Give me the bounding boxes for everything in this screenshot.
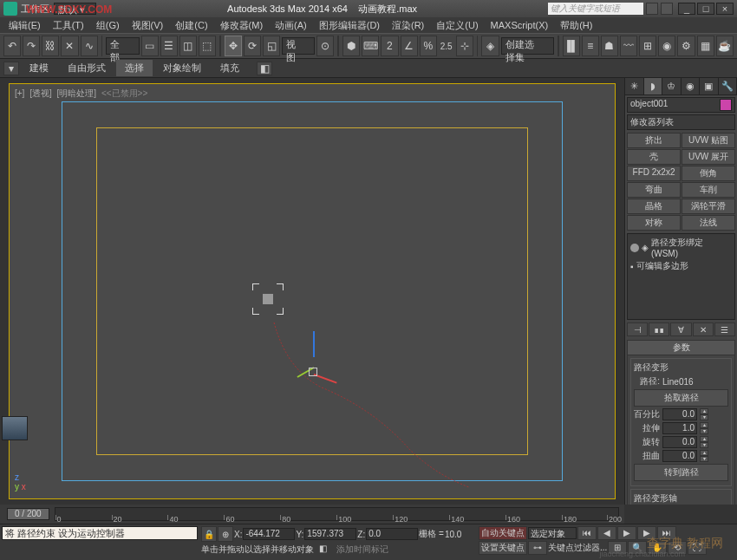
selection-filter-dropdown[interactable]: 全部 xyxy=(106,37,139,55)
key-mode-dropdown[interactable]: 选定对象 xyxy=(528,527,577,539)
object-name-field[interactable]: object001 xyxy=(627,97,735,113)
goto-start-icon[interactable]: ⏮ xyxy=(577,526,597,540)
material-editor-button[interactable]: ◉ xyxy=(658,36,675,56)
spinner-up-icon[interactable]: ▴ xyxy=(700,450,708,456)
snap-toggle-button[interactable]: ⊹ xyxy=(456,36,473,56)
help-icon[interactable] xyxy=(646,3,658,15)
nav-pan-icon[interactable]: ✋ xyxy=(648,541,667,555)
lock-selection-icon[interactable]: 🔒 xyxy=(201,526,217,542)
maximize-button[interactable]: □ xyxy=(697,3,714,15)
menu-help[interactable]: 帮助(H) xyxy=(555,18,597,33)
ribbon-tab-populate[interactable]: 填充 xyxy=(212,60,248,76)
spinner-up-icon[interactable]: ▴ xyxy=(700,408,708,414)
tab-utilities-icon[interactable]: 🔧 xyxy=(719,78,738,94)
manipulate-button[interactable]: ⬢ xyxy=(342,36,360,56)
star-icon[interactable] xyxy=(661,3,673,15)
menu-edit[interactable]: 编辑(E) xyxy=(3,18,46,33)
ribbon-tab-objectpaint[interactable]: 对象绘制 xyxy=(154,60,210,76)
ribbon-config-icon[interactable]: ◧ xyxy=(257,62,272,75)
close-button[interactable]: × xyxy=(716,3,734,15)
mirror-button[interactable]: ▐▌ xyxy=(563,36,580,56)
bind-spacewarp-button[interactable]: ∿ xyxy=(81,36,98,56)
angle-snap-button[interactable]: ∠ xyxy=(401,36,418,56)
gizmo-z-axis[interactable] xyxy=(313,331,315,357)
menu-render[interactable]: 渲染(R) xyxy=(387,18,429,33)
keyboard-shortcut-button[interactable]: ⌨ xyxy=(362,36,379,56)
render-setup-button[interactable]: ⚙ xyxy=(677,36,695,56)
use-pivot-button[interactable]: ⊙ xyxy=(316,36,334,56)
tab-modify-icon[interactable]: ◗ xyxy=(644,78,663,94)
ribbon-tab-modeling[interactable]: 建模 xyxy=(21,60,57,76)
spinner-up-icon[interactable]: ▴ xyxy=(700,436,708,442)
viewport-label[interactable]: [+] [透视] [明暗处理] <<已禁用>> xyxy=(15,88,150,100)
bulb-icon[interactable] xyxy=(630,244,639,252)
setkey-button[interactable]: 设置关键点 xyxy=(479,541,527,555)
help-search-input[interactable]: 键入关键字或短语 xyxy=(548,3,643,15)
pin-stack-icon[interactable]: ⊣ xyxy=(627,322,648,336)
spinner-down-icon[interactable]: ▾ xyxy=(700,456,708,462)
workspace-dropdown[interactable]: 默认 ▾ xyxy=(54,3,96,15)
menu-customize[interactable]: 自定义(U) xyxy=(431,18,483,33)
menu-create[interactable]: 创建(C) xyxy=(170,18,212,33)
stretch-spinner[interactable]: 1.0 xyxy=(662,422,697,434)
show-end-icon[interactable]: ∎∎ xyxy=(649,322,669,336)
mod-normal-button[interactable]: 法线 xyxy=(682,215,735,231)
schematic-view-button[interactable]: ⊞ xyxy=(639,36,656,56)
ribbon-tab-selection[interactable]: 选择 xyxy=(116,60,153,76)
move-to-path-button[interactable]: 转到路径 xyxy=(634,464,728,481)
next-frame-icon[interactable]: ▶ xyxy=(637,526,656,540)
nav-max-icon[interactable]: ⛶ xyxy=(688,541,707,555)
gizmo-center[interactable] xyxy=(309,368,317,376)
menu-views[interactable]: 视图(V) xyxy=(127,18,169,33)
configure-sets-icon[interactable]: ☰ xyxy=(714,322,735,336)
rotate-spinner[interactable]: 0.0 xyxy=(662,436,697,448)
align-button[interactable]: ≡ xyxy=(582,36,599,56)
redo-button[interactable]: ↷ xyxy=(23,36,40,56)
tab-create-icon[interactable]: ✳ xyxy=(625,78,644,94)
prev-frame-icon[interactable]: ◀ xyxy=(597,526,616,540)
object-color-swatch[interactable] xyxy=(720,99,732,111)
modifier-list-dropdown[interactable]: 修改器列表 xyxy=(627,114,735,130)
curve-editor-button[interactable]: 〰 xyxy=(620,36,637,56)
menu-graph[interactable]: 图形编辑器(D) xyxy=(314,18,385,33)
menu-maxscript[interactable]: MAXScript(X) xyxy=(486,19,554,31)
play-icon[interactable]: ▶ xyxy=(617,526,636,540)
viewport-perspective[interactable]: [+] [透视] [明暗处理] <<已禁用>> zy x xyxy=(9,83,616,499)
mod-bend-button[interactable]: 弯曲 xyxy=(627,182,681,198)
material-swatch-icon[interactable] xyxy=(2,416,28,440)
tab-hierarchy-icon[interactable]: ♔ xyxy=(662,78,682,94)
mod-ffd-button[interactable]: FFD 2x2x2 xyxy=(627,166,681,181)
mod-symmetry-button[interactable]: 对称 xyxy=(627,215,681,231)
layer-manager-button[interactable]: ☗ xyxy=(601,36,618,56)
ref-coord-dropdown[interactable]: 视图 xyxy=(282,37,315,55)
mod-uvwmap-button[interactable]: UVW 贴图 xyxy=(682,133,735,148)
named-selection-dropdown[interactable]: 创建选择集 xyxy=(501,37,554,55)
mod-lathe-button[interactable]: 车削 xyxy=(682,182,735,198)
menu-group[interactable]: 组(G) xyxy=(91,18,125,33)
path-spline[interactable] xyxy=(252,318,478,492)
key-filters-button[interactable]: 关键点过滤器... xyxy=(548,542,607,554)
autokey-button[interactable]: 自动关键点 xyxy=(479,526,527,540)
percent-spinner[interactable]: 0.0 xyxy=(662,408,697,420)
select-rotate-button[interactable]: ⟳ xyxy=(244,36,261,56)
spinner-down-icon[interactable]: ▾ xyxy=(700,414,708,420)
menu-modifiers[interactable]: 修改器(M) xyxy=(215,18,269,33)
stack-item-editpoly[interactable]: ▪ 可编辑多边形 xyxy=(629,259,733,273)
time-config-icon[interactable]: ⊞ xyxy=(608,541,627,555)
select-by-name-button[interactable]: ☰ xyxy=(160,36,178,56)
vp-shading[interactable]: [明暗处理] xyxy=(57,88,97,98)
mod-shell-button[interactable]: 壳 xyxy=(627,149,681,165)
coord-z-input[interactable]: 0.0 xyxy=(366,528,418,540)
spinner-down-icon[interactable]: ▾ xyxy=(700,428,708,434)
vp-menu-plus[interactable]: [+] xyxy=(15,88,24,98)
link-button[interactable]: ⛓ xyxy=(42,36,59,56)
nav-orbit-icon[interactable]: ⟲ xyxy=(668,541,687,555)
mod-extrude-button[interactable]: 挤出 xyxy=(627,133,681,148)
named-selection-button[interactable]: ◈ xyxy=(481,36,499,56)
app-logo-icon[interactable] xyxy=(3,2,17,16)
render-frame-button[interactable]: ▦ xyxy=(697,36,714,56)
select-region-button[interactable]: ◫ xyxy=(179,36,197,56)
maxscript-listener-input[interactable] xyxy=(2,526,198,540)
select-move-button[interactable]: ✥ xyxy=(225,36,242,56)
pick-path-button[interactable]: 拾取路径 xyxy=(634,389,728,407)
